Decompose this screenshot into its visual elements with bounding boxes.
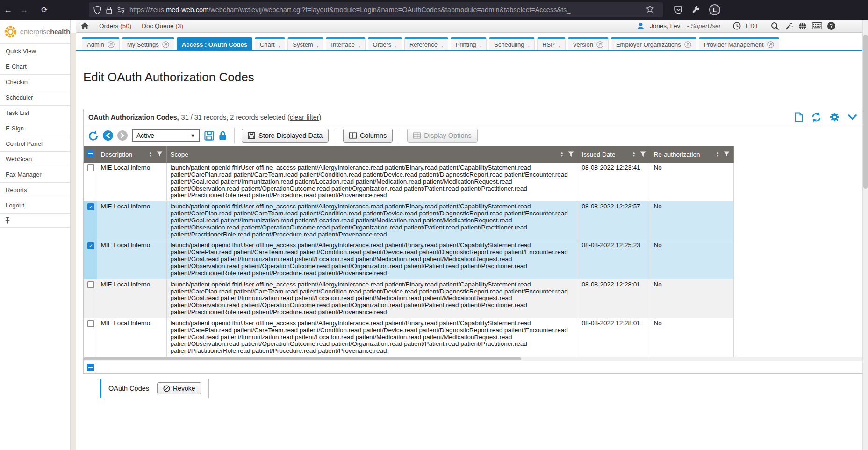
tab-employer-organizations[interactable]: Employer Organizations: [611, 37, 696, 50]
sort-icon[interactable]: ▲▼: [560, 151, 564, 157]
column-header-scope[interactable]: Scope▲▼: [166, 146, 578, 163]
tab-orders[interactable]: Orders: [368, 37, 402, 50]
column-header-description[interactable]: Description▲▼: [97, 146, 166, 163]
column-header-re-authorization[interactable]: Re-authorization▲▼: [650, 146, 733, 163]
table-row[interactable]: MIE Local Infernolaunch/patient openid f…: [84, 318, 733, 357]
keyboard-icon[interactable]: [812, 22, 822, 29]
sidebar-item-e-chart[interactable]: E-Chart: [0, 59, 70, 75]
url-bar[interactable]: https://zeus.med-web.com/webchart/wctlev…: [89, 2, 663, 17]
tab-interface[interactable]: Interface: [326, 37, 365, 50]
table-row[interactable]: ✓MIE Local Infernolaunch/patient openid …: [84, 201, 733, 240]
sidebar-item-control-panel[interactable]: Control Panel: [0, 136, 70, 152]
next-page-button[interactable]: [117, 130, 128, 141]
description-cell: MIE Local Inferno: [97, 318, 166, 357]
tab-provider-management[interactable]: Provider Management: [699, 37, 779, 50]
tab-system[interactable]: System: [287, 37, 323, 50]
filter-funnel-icon[interactable]: [157, 151, 163, 157]
sidebar-item-scheduler[interactable]: Scheduler: [0, 90, 70, 106]
pocket-icon[interactable]: [674, 6, 683, 14]
browser-reload-button[interactable]: ⟳: [36, 5, 52, 15]
table-row[interactable]: ✓MIE Local Infernolaunch/patient openid …: [84, 240, 733, 279]
permissions-icon[interactable]: [117, 7, 125, 13]
tab-my-settings[interactable]: My Settings: [122, 37, 174, 50]
lock-icon[interactable]: [106, 6, 113, 14]
issued-date-cell: 08-08-2022 12:25:23: [578, 240, 650, 279]
sidebar-item-logout[interactable]: Logout: [0, 198, 70, 214]
save-filter-icon[interactable]: [204, 131, 214, 141]
refresh-icon[interactable]: [811, 112, 822, 122]
undo-icon[interactable]: [88, 130, 99, 141]
tab-version[interactable]: Version: [568, 37, 609, 50]
timezone-label[interactable]: EDT: [746, 22, 759, 29]
columns-icon: [349, 132, 357, 139]
footer-select-all-checkbox[interactable]: [87, 364, 94, 371]
globe-icon[interactable]: [798, 22, 807, 30]
gear-icon[interactable]: [830, 112, 839, 122]
column-header-issued-date[interactable]: Issued Date▲▼: [578, 146, 650, 163]
help-icon[interactable]: ?: [827, 22, 835, 30]
display-options-button[interactable]: Display Options: [407, 129, 478, 143]
browser-forward-button[interactable]: →: [16, 5, 32, 15]
tab-label: Employer Organizations: [616, 41, 681, 48]
sidebar-item-e-sign[interactable]: E-Sign: [0, 121, 70, 136]
lock-filter-icon[interactable]: [218, 131, 227, 140]
sort-icon[interactable]: ▲▼: [632, 151, 636, 157]
sidebar-item-quick-view[interactable]: Quick View: [0, 44, 70, 59]
hscroll-thumb[interactable]: [84, 357, 521, 360]
tab-scheduling[interactable]: Scheduling: [489, 37, 535, 50]
orders-link[interactable]: Orders(50): [99, 22, 131, 29]
user-name[interactable]: Jones, Levi: [650, 22, 681, 29]
row-checkbox[interactable]: ✓: [87, 242, 94, 249]
sidebar-item-task-list[interactable]: Task List: [0, 106, 70, 121]
tab-oauth-codes[interactable]: OAuth Codes: [108, 385, 149, 392]
store-displayed-data-button[interactable]: Store Displayed Data: [242, 129, 329, 143]
filter-funnel-icon[interactable]: [724, 151, 730, 157]
tab-printing[interactable]: Printing: [451, 37, 487, 50]
sidebar-item-webscan[interactable]: WebScan: [0, 152, 70, 167]
tab-reference[interactable]: Reference: [404, 37, 448, 50]
columns-button[interactable]: Columns: [343, 129, 393, 143]
new-document-icon[interactable]: [794, 112, 803, 122]
shield-icon[interactable]: [93, 6, 101, 14]
sidebar-item-reports[interactable]: Reports: [0, 183, 70, 198]
sort-icon[interactable]: ▲▼: [149, 151, 152, 157]
records-summary: 31 / 31 records, 2 records selected (: [181, 114, 290, 121]
home-button[interactable]: [81, 22, 89, 29]
table-row[interactable]: MIE Local Infernolaunch/patient openid f…: [84, 279, 733, 318]
row-checkbox[interactable]: [87, 164, 94, 171]
tab-admin[interactable]: Admin: [82, 37, 120, 50]
bookmark-star-icon[interactable]: [646, 5, 658, 15]
doc-queue-link[interactable]: Doc Queue(3): [142, 22, 183, 29]
reauth-cell: No: [650, 201, 733, 240]
sort-icon[interactable]: ▲▼: [716, 151, 719, 157]
wrench-icon[interactable]: [692, 6, 700, 14]
sidebar-pin[interactable]: [0, 214, 70, 228]
search-icon[interactable]: [771, 22, 779, 30]
vscroll-thumb[interactable]: [863, 35, 868, 189]
wand-icon[interactable]: [784, 22, 793, 30]
filter-funnel-icon[interactable]: [568, 151, 574, 157]
row-checkbox[interactable]: ✓: [87, 203, 94, 210]
prev-page-button[interactable]: [103, 130, 113, 141]
clear-filter-link[interactable]: clear filter: [290, 114, 319, 121]
row-checkbox[interactable]: [87, 281, 94, 288]
row-checkbox[interactable]: [87, 320, 94, 327]
filter-funnel-icon[interactable]: [640, 151, 646, 157]
browser-back-button[interactable]: ←: [0, 5, 16, 15]
sidebar-item-checkin[interactable]: Checkin: [0, 75, 70, 90]
tab-label: System: [293, 41, 313, 48]
sidebar-item-fax-manager[interactable]: Fax Manager: [0, 167, 70, 183]
horizontal-scrollbar[interactable]: [84, 357, 865, 361]
column-label: Re-authorization: [654, 151, 700, 158]
table-row[interactable]: MIE Local Infernolaunch/patient openid f…: [84, 163, 733, 201]
status-filter-select[interactable]: Active▼: [132, 129, 200, 142]
collapse-chevron-icon[interactable]: [847, 114, 857, 121]
tab-chart[interactable]: Chart: [255, 37, 285, 50]
vertical-scrollbar[interactable]: [862, 20, 868, 450]
select-all-checkbox[interactable]: [86, 150, 94, 157]
tab-access-oauth-codes[interactable]: Access : OAuth Codes: [177, 37, 252, 50]
select-all-header[interactable]: [84, 146, 97, 163]
tab-hsp[interactable]: HSP: [537, 37, 565, 50]
revoke-button[interactable]: Revoke: [157, 382, 201, 394]
profile-avatar[interactable]: L: [709, 4, 720, 15]
